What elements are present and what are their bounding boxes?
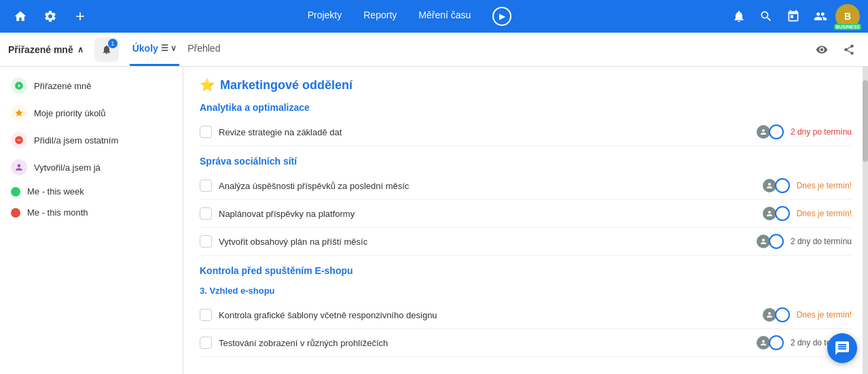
task-row: Kontrola grafické šablony včetně responz… xyxy=(200,301,852,329)
right-nav-icons: B BUSINESS xyxy=(727,4,860,29)
sub-header: Přiřazené mně ∧ 1 Úkoly ☰ ∨ Přehled xyxy=(0,33,868,67)
settings-icon[interactable] xyxy=(38,4,62,29)
sidebar-this-week-label: Me - this week xyxy=(27,186,84,197)
group-eshop-title: Kontrola před spuštěním E-shopu xyxy=(200,265,852,276)
task-checkbox[interactable] xyxy=(200,235,212,248)
add-icon[interactable] xyxy=(68,4,92,29)
avatar-ring xyxy=(775,206,790,221)
tab-prehled-label: Přehled xyxy=(187,43,220,54)
this-month-dot xyxy=(11,208,20,218)
task-checkbox[interactable] xyxy=(200,337,212,349)
bell-icon[interactable] xyxy=(727,4,751,29)
avatar-ring xyxy=(769,124,784,139)
chevron-up-icon: ∧ xyxy=(77,45,84,54)
task-row: Naplánovat příspěvky na platformy Dnes j… xyxy=(200,200,852,228)
user-avatar[interactable]: B BUSINESS xyxy=(835,4,860,29)
nav-reporty[interactable]: Reporty xyxy=(363,7,397,26)
tab-ukoly[interactable]: Úkoly ☰ ∨ xyxy=(130,33,179,66)
nav-mereni[interactable]: Měření času xyxy=(418,7,471,26)
search-icon[interactable] xyxy=(754,4,778,29)
top-navigation: Projekty Reporty Měření času ▶ B BUSINES… xyxy=(0,0,868,33)
filter-icon: ☰ ∨ xyxy=(161,44,177,53)
subsection-number: 3. Vzhled e-shopu xyxy=(200,286,852,296)
task-row: Analýza úspěšnosti příspěvků za poslední… xyxy=(200,172,852,200)
assigned-title-text: Přiřazené mně xyxy=(8,44,73,55)
task-name: Revize strategie na základě dat xyxy=(219,127,748,137)
task-name: Analýza úspěšnosti příspěvků za poslední… xyxy=(219,181,755,191)
business-badge: BUSINESS xyxy=(834,24,861,30)
notification-button[interactable]: 1 xyxy=(94,37,119,62)
task-due-date: 2 dny do termínu xyxy=(791,237,852,246)
task-due-date: Dnes je termín! xyxy=(797,181,852,190)
task-due-date: Dnes je termín! xyxy=(797,209,852,218)
task-avatars xyxy=(755,233,784,250)
sidebar-assigned-others-label: Přidil/a jsem ostatním xyxy=(34,135,118,146)
task-avatars xyxy=(761,307,790,323)
sidebar-item-created[interactable]: Vytvořil/a jsem já xyxy=(0,154,183,181)
group-analytika-title: Analytika a optimalizace xyxy=(200,102,852,113)
task-name: Vytvořit obsahový plán na příští měsíc xyxy=(219,237,748,247)
users-icon[interactable] xyxy=(808,4,833,29)
sidebar-item-priorities[interactable]: Moje priority úkolů xyxy=(0,99,183,126)
main-content: ⭐ Marketingové oddělení Analytika a opti… xyxy=(183,67,868,374)
view-settings-icon[interactable] xyxy=(811,39,833,61)
avatar-ring xyxy=(769,335,784,350)
sidebar-item-assigned[interactable]: Přiřazené mně xyxy=(0,72,183,99)
sidebar-created-label: Vytvořil/a jsem já xyxy=(34,163,101,173)
section-title-text: Marketingové oddělení xyxy=(220,78,352,92)
tab-prehled[interactable]: Přehled xyxy=(185,33,223,66)
task-due-date: 2 dny po termínu xyxy=(791,127,852,137)
tab-bar: Úkoly ☰ ∨ Přehled xyxy=(130,33,223,66)
sub-header-right-actions xyxy=(811,39,860,61)
task-checkbox[interactable] xyxy=(200,126,212,138)
task-name: Testování zobrazení v různých prohlížečí… xyxy=(219,338,748,348)
section-star-icon: ⭐ xyxy=(200,78,215,92)
assigned-others-icon xyxy=(11,132,27,148)
section-title: ⭐ Marketingové oddělení xyxy=(200,78,852,92)
task-checkbox[interactable] xyxy=(200,207,212,220)
scrollbar[interactable] xyxy=(863,67,868,374)
chat-bubble-button[interactable] xyxy=(827,333,857,363)
home-icon[interactable] xyxy=(8,4,33,29)
sidebar-assigned-label: Přiřazené mně xyxy=(34,81,92,91)
sidebar-item-this-month[interactable]: Me - this month xyxy=(0,202,183,223)
calendar-icon[interactable] xyxy=(781,4,806,29)
scrollbar-thumb[interactable] xyxy=(863,80,868,162)
nav-projekty[interactable]: Projekty xyxy=(308,7,342,26)
play-button[interactable]: ▶ xyxy=(492,7,511,26)
task-row: Vytvořit obsahový plán na příští měsíc 2… xyxy=(200,228,852,256)
notification-badge: 1 xyxy=(108,39,117,48)
created-icon xyxy=(11,159,27,175)
task-avatars xyxy=(755,124,784,140)
assigned-title[interactable]: Přiřazené mně ∧ xyxy=(8,44,84,55)
avatar-ring xyxy=(775,307,790,322)
task-due-date: Dnes je termín! xyxy=(797,310,852,320)
sidebar-this-month-label: Me - this month xyxy=(27,207,88,218)
center-nav-links: Projekty Reporty Měření času ▶ xyxy=(98,7,721,26)
sidebar-item-assigned-others[interactable]: Přidil/a jsem ostatním xyxy=(0,126,183,154)
task-row: Revize strategie na základě dat 2 dny po… xyxy=(200,118,852,146)
main-layout: Přiřazené mně Moje priority úkolů Přidil… xyxy=(0,67,868,374)
this-week-dot xyxy=(11,187,20,197)
avatar-ring xyxy=(769,234,784,249)
sidebar: Přiřazené mně Moje priority úkolů Přidil… xyxy=(0,67,183,374)
task-row: Testování zobrazení v různých prohlížečí… xyxy=(200,329,852,357)
group-social-title: Správa sociálních sítí xyxy=(200,156,852,167)
task-checkbox[interactable] xyxy=(200,180,212,192)
assigned-icon xyxy=(11,78,27,94)
tab-ukoly-label: Úkoly xyxy=(132,43,158,54)
task-name: Kontrola grafické šablony včetně responz… xyxy=(219,310,755,320)
sidebar-item-this-week[interactable]: Me - this week xyxy=(0,181,183,202)
task-checkbox[interactable] xyxy=(200,309,212,321)
task-avatars xyxy=(755,335,784,351)
priorities-icon xyxy=(11,105,27,121)
sidebar-priorities-label: Moje priority úkolů xyxy=(34,108,106,118)
task-avatars xyxy=(761,177,790,194)
share-icon[interactable] xyxy=(838,39,860,61)
task-avatars xyxy=(761,205,790,222)
task-name: Naplánovat příspěvky na platformy xyxy=(219,209,755,219)
avatar-ring xyxy=(775,178,790,193)
